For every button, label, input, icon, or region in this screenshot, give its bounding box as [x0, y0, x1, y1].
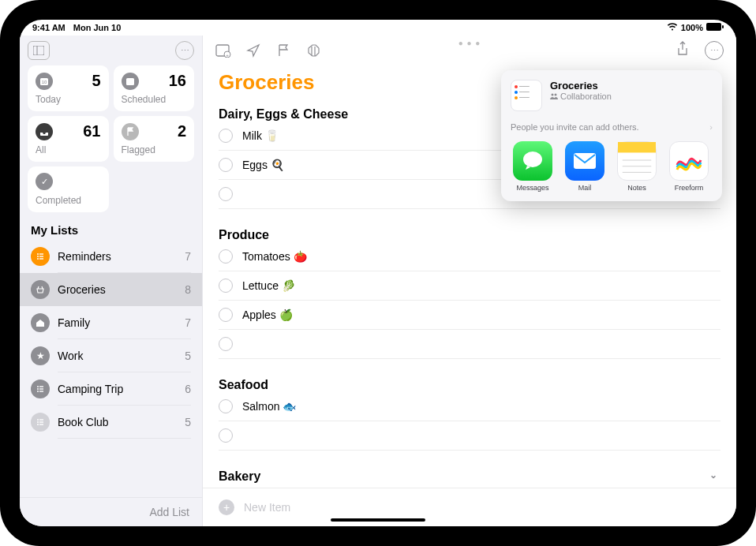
- add-list-button[interactable]: Add List: [20, 497, 202, 526]
- sidebar-item-reminders[interactable]: Reminders 7: [20, 240, 202, 273]
- reminder-checkbox[interactable]: [219, 428, 233, 443]
- status-date: Mon Jun 10: [73, 23, 122, 32]
- home-indicator[interactable]: [331, 518, 425, 522]
- sidebar-item-label: Work: [58, 350, 177, 362]
- svg-rect-18: [39, 391, 43, 391]
- svg-rect-32: [618, 142, 656, 152]
- calendar-icon: 10: [36, 73, 53, 90]
- reminder-row-empty[interactable]: [219, 421, 720, 451]
- svg-point-21: [37, 421, 39, 423]
- share-app-mail[interactable]: Mail: [563, 141, 607, 192]
- svg-point-30: [523, 151, 542, 167]
- sidebar-item-work[interactable]: ★ Work 5: [20, 339, 202, 372]
- section-header[interactable]: Produce: [219, 228, 720, 242]
- reminder-text[interactable]: Lettuce 🥬: [242, 279, 295, 292]
- messages-app-icon: [513, 141, 552, 181]
- wifi-icon: [667, 23, 678, 32]
- tag-icon[interactable]: [305, 43, 321, 58]
- sidebar-item-bookclub[interactable]: Book Club 5: [20, 406, 202, 439]
- chevron-down-icon[interactable]: ⌄: [709, 469, 720, 481]
- svg-point-15: [37, 388, 39, 390]
- sidebar-more-button[interactable]: ⋯: [175, 41, 194, 60]
- svg-point-23: [37, 424, 39, 425]
- reminder-checkbox[interactable]: [219, 279, 233, 293]
- calendar-add-icon[interactable]: +: [215, 43, 231, 58]
- all-label: All: [36, 144, 101, 155]
- list-bullet-icon: [31, 247, 50, 266]
- section-header[interactable]: Bakery ⌄: [219, 469, 720, 484]
- svg-rect-20: [39, 419, 43, 420]
- sidebar-item-camping[interactable]: Camping Trip 6: [20, 372, 202, 406]
- sidebar-toggle-button[interactable]: [28, 41, 50, 60]
- reminder-checkbox[interactable]: [219, 249, 233, 264]
- status-battery: 100%: [681, 23, 703, 32]
- share-note-text: People you invite can add others.: [511, 122, 639, 132]
- reminder-text[interactable]: Tomatoes 🍅: [242, 250, 307, 263]
- reminder-row[interactable]: Apples 🍏: [219, 301, 720, 330]
- sidebar-item-groceries[interactable]: Groceries 8: [20, 273, 202, 306]
- main-more-button[interactable]: ⋯: [705, 41, 724, 60]
- sidebar-item-family[interactable]: Family 7: [20, 306, 202, 339]
- smart-list-all[interactable]: 61 All: [28, 116, 109, 162]
- sidebar-item-label: Book Club: [58, 416, 177, 428]
- svg-rect-12: [39, 258, 43, 259]
- svg-point-11: [37, 258, 39, 260]
- svg-point-19: [37, 419, 39, 421]
- share-app-label: Mail: [578, 184, 592, 192]
- new-item-button[interactable]: + New Item: [203, 488, 736, 526]
- chevron-right-icon: ›: [709, 122, 713, 132]
- share-app-label: Freeform: [675, 184, 704, 192]
- all-count: 61: [83, 122, 100, 140]
- svg-rect-31: [574, 153, 596, 169]
- share-app-messages[interactable]: Messages: [511, 141, 555, 192]
- reminder-row[interactable]: Croissants 🥐: [219, 484, 720, 488]
- completed-label: Completed: [36, 195, 101, 206]
- reminder-checkbox[interactable]: [219, 308, 233, 322]
- flag-outline-icon[interactable]: [275, 43, 291, 58]
- reminder-row-empty[interactable]: [219, 330, 720, 359]
- svg-rect-0: [706, 23, 721, 31]
- section-header[interactable]: Seafood: [219, 378, 720, 392]
- reminder-text[interactable]: Salmon 🐟: [242, 400, 296, 413]
- smart-list-completed[interactable]: ✓ Completed: [28, 166, 109, 212]
- reminder-checkbox[interactable]: [219, 399, 233, 413]
- svg-text:+: +: [226, 53, 229, 58]
- location-icon[interactable]: [245, 43, 261, 58]
- share-app-notes[interactable]: Notes: [615, 141, 659, 192]
- multitasking-dots-icon[interactable]: ● ● ●: [458, 39, 481, 47]
- reminder-checkbox[interactable]: [219, 158, 233, 172]
- svg-rect-8: [39, 253, 43, 254]
- reminder-checkbox[interactable]: [219, 129, 233, 143]
- smart-list-flagged[interactable]: 2 Flagged: [114, 116, 195, 162]
- reminder-text[interactable]: Eggs 🍳: [242, 159, 284, 171]
- mail-app-icon: [565, 141, 604, 181]
- app-content: ⋯ 10 5 Today: [20, 36, 736, 526]
- reminder-text[interactable]: Apples 🍏: [242, 309, 293, 321]
- share-app-freeform[interactable]: Freeform: [667, 141, 711, 192]
- reminder-row[interactable]: Lettuce 🥬: [219, 271, 720, 301]
- share-mode-label[interactable]: Collaboration: [560, 92, 612, 101]
- smart-list-scheduled[interactable]: 16 Scheduled: [114, 65, 195, 111]
- today-label: Today: [36, 94, 101, 105]
- reminder-checkbox[interactable]: [219, 337, 233, 351]
- share-list-thumbnail: ─── ─── ───: [511, 80, 542, 111]
- star-icon: ★: [31, 346, 50, 365]
- svg-rect-2: [33, 46, 44, 55]
- smart-list-today[interactable]: 10 5 Today: [28, 65, 109, 111]
- section-header-label: Bakery: [219, 469, 260, 483]
- reminder-row[interactable]: Salmon 🐟: [219, 392, 720, 421]
- status-bar: 9:41 AM Mon Jun 10 100%: [20, 20, 736, 36]
- svg-point-9: [37, 256, 39, 257]
- svg-rect-10: [39, 256, 43, 256]
- share-app-label: Messages: [516, 184, 548, 192]
- reminder-text[interactable]: Milk 🥛: [242, 129, 279, 142]
- list-icon-generic: [31, 413, 50, 432]
- reminder-row[interactable]: Tomatoes 🍅: [219, 242, 720, 271]
- share-permissions-row[interactable]: People you invite can add others. ›: [511, 118, 713, 141]
- today-count: 5: [92, 72, 100, 90]
- status-time: 9:41 AM: [32, 23, 65, 32]
- svg-rect-24: [39, 424, 43, 424]
- reminder-checkbox[interactable]: [219, 187, 233, 201]
- share-icon[interactable]: [675, 41, 691, 57]
- plus-circle-icon: +: [219, 499, 234, 515]
